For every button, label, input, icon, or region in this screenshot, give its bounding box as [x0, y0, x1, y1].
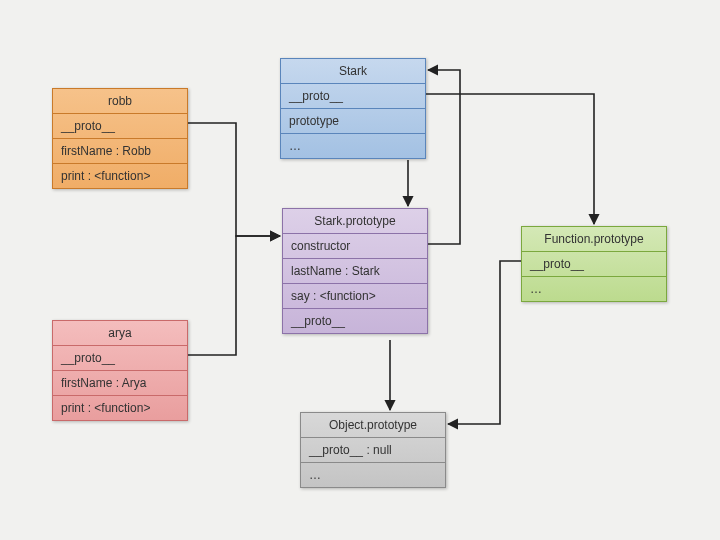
- prop-row: __proto__: [281, 84, 425, 109]
- prop-row: firstName : Robb: [53, 139, 187, 164]
- object-box-arya: arya __proto__ firstName : Arya print : …: [52, 320, 188, 421]
- box-title: arya: [53, 321, 187, 346]
- prop-row: __proto__ : null: [301, 438, 445, 463]
- prop-row: print : <function>: [53, 396, 187, 420]
- prop-row: lastName : Stark: [283, 259, 427, 284]
- prop-row: prototype: [281, 109, 425, 134]
- box-title: Object.prototype: [301, 413, 445, 438]
- prop-row: say : <function>: [283, 284, 427, 309]
- object-box-stark-prototype: Stark.prototype constructor lastName : S…: [282, 208, 428, 334]
- prop-row: …: [301, 463, 445, 487]
- prop-row: print : <function>: [53, 164, 187, 188]
- prop-row: firstName : Arya: [53, 371, 187, 396]
- prop-row: constructor: [283, 234, 427, 259]
- prop-row: __proto__: [53, 114, 187, 139]
- object-box-stark: Stark __proto__ prototype …: [280, 58, 426, 159]
- box-title: Stark.prototype: [283, 209, 427, 234]
- object-box-robb: robb __proto__ firstName : Robb print : …: [52, 88, 188, 189]
- prop-row: __proto__: [522, 252, 666, 277]
- object-box-function-prototype: Function.prototype __proto__ …: [521, 226, 667, 302]
- box-title: Function.prototype: [522, 227, 666, 252]
- prop-row: …: [522, 277, 666, 301]
- prop-row: …: [281, 134, 425, 158]
- prop-row: __proto__: [283, 309, 427, 333]
- prop-row: __proto__: [53, 346, 187, 371]
- box-title: robb: [53, 89, 187, 114]
- box-title: Stark: [281, 59, 425, 84]
- object-box-object-prototype: Object.prototype __proto__ : null …: [300, 412, 446, 488]
